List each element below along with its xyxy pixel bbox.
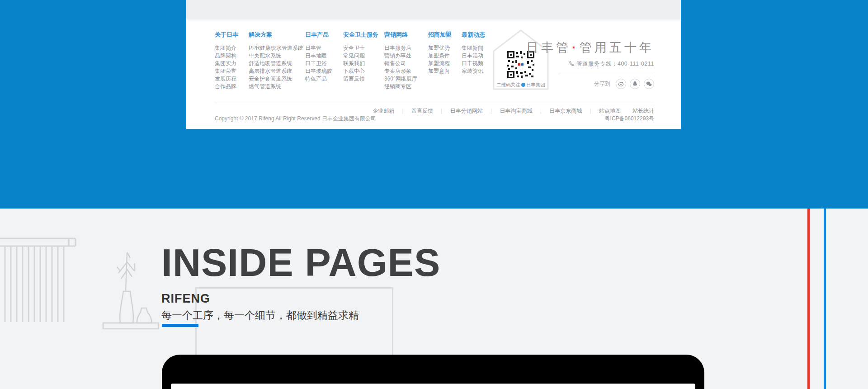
footer-column: 解决方案PPR健康饮水管道系统中央配水系统舒适地暖管道系统高层排水管道系统安全护…	[249, 31, 305, 90]
share-row: 分享到	[519, 79, 654, 89]
footer-link[interactable]: 舒适地暖管道系统	[249, 60, 305, 67]
footer-link[interactable]: PPR健康饮水管道系统	[249, 44, 305, 52]
footer-column: 营销网络日丰服务店营销办事处销售公司专卖店形象360°网络展厅经销商专区	[384, 31, 428, 90]
footer-link[interactable]: 360°网络展厅	[384, 75, 428, 83]
footer-column-title[interactable]: 关于日丰	[215, 31, 249, 39]
footer-card: 关于日丰集团简介品牌架构集团实力集团荣誉发展历程合作品牌解决方案PPR健康饮水管…	[186, 19, 681, 129]
weibo-icon[interactable]	[616, 79, 626, 89]
link-separator: ｜	[400, 108, 406, 114]
footer-link[interactable]: 中央配水系统	[249, 52, 305, 60]
footer-column: 安全卫士服务安全卫士常见问题联系我们下载中心留言反馈	[343, 31, 384, 90]
bottom-link[interactable]: 站点地图	[599, 108, 621, 114]
tablet-mockup	[162, 355, 704, 389]
share-label: 分享到	[594, 80, 610, 88]
footer-link[interactable]: 留言反馈	[343, 75, 384, 83]
blinds-decoration-icon	[0, 237, 78, 324]
footer-link[interactable]: 专卖店形象	[384, 67, 428, 75]
slogan-dot: ·	[572, 41, 579, 54]
bottom-link[interactable]: 企业邮箱	[373, 108, 394, 114]
footer-link[interactable]: 集团简介	[215, 44, 249, 52]
footer-column-title[interactable]: 安全卫士服务	[343, 31, 384, 39]
footer-column: 日丰产品日丰管日丰地暖日丰卫浴日丰玻璃胶特色产品	[305, 31, 343, 90]
blue-accent-line	[824, 209, 826, 389]
footer-link[interactable]: 集团实力	[215, 60, 249, 67]
phone-icon	[569, 61, 575, 66]
brand-slogan: 日丰管·管用五十年	[519, 39, 654, 56]
footer-link[interactable]: 高层排水管道系统	[249, 67, 305, 75]
footer-link[interactable]: 日丰管	[305, 44, 343, 52]
footer-link[interactable]: 日丰卫浴	[305, 60, 343, 67]
footer-mockup: 关于日丰集团简介品牌架构集团实力集团荣誉发展历程合作品牌解决方案PPR健康饮水管…	[186, 0, 681, 129]
service-hotline: 管道服务专线：400-111-0211	[519, 60, 654, 68]
footer-link[interactable]: 日丰玻璃胶	[305, 67, 343, 75]
footer-link[interactable]: 发展历程	[215, 75, 249, 83]
footer-link[interactable]: 联系我们	[343, 60, 384, 67]
footer-link[interactable]: 营销办事处	[384, 52, 428, 60]
red-accent-line	[807, 209, 810, 389]
page: 关于日丰集团简介品牌架构集团实力集团荣誉发展历程合作品牌解决方案PPR健康饮水管…	[0, 0, 868, 389]
footer-link[interactable]: 常见问题	[343, 52, 384, 60]
bottom-link[interactable]: 日丰京东商城	[549, 108, 582, 114]
accent-underline	[162, 324, 198, 327]
bottom-link[interactable]: 留言反馈	[411, 108, 433, 114]
footer-link[interactable]: 销售公司	[384, 60, 428, 67]
link-separator: ｜	[538, 108, 543, 114]
footer-column: 招商加盟加盟优势加盟条件加盟流程加盟意向	[428, 31, 462, 90]
inside-subtitle: RIFENG	[161, 292, 440, 306]
footer-column-title[interactable]: 解决方案	[249, 31, 305, 39]
bottom-links: 企业邮箱｜留言反馈｜日丰分销网站｜日丰淘宝商城｜日丰京东商城｜站点地图站长统计	[373, 107, 654, 115]
footer-column-title[interactable]: 日丰产品	[305, 31, 343, 39]
footer-column: 关于日丰集团简介品牌架构集团实力集团荣誉发展历程合作品牌	[215, 31, 249, 90]
link-separator: ｜	[588, 108, 593, 114]
link-separator: ｜	[439, 108, 444, 114]
footer-link[interactable]: 安全护套管道系统	[249, 75, 305, 83]
footer-link[interactable]: 集团荣誉	[215, 67, 249, 75]
inside-description: 每一个工序，每一个细节，都做到精益求精	[161, 308, 440, 323]
bottom-link[interactable]: 日丰分销网站	[450, 108, 483, 114]
footer-link[interactable]: 日丰地暖	[305, 52, 343, 60]
footer-link[interactable]: 经销商专区	[384, 83, 428, 90]
footer-link[interactable]: 燃气管道系统	[249, 83, 305, 90]
inside-pages-section: INSIDE PAGES RIFENG 每一个工序，每一个细节，都做到精益求精	[161, 243, 440, 323]
footer-link[interactable]: 品牌架构	[215, 52, 249, 60]
tablet-screen	[171, 384, 695, 389]
footer-link[interactable]: 加盟优势	[428, 44, 462, 52]
inside-title: INSIDE PAGES	[161, 243, 440, 282]
bottom-link[interactable]: 日丰淘宝商城	[500, 108, 532, 114]
pre-footer-strip	[186, 0, 681, 19]
footer-nav-columns: 关于日丰集团简介品牌架构集团实力集团荣誉发展历程合作品牌解决方案PPR健康饮水管…	[215, 31, 498, 90]
footer-link[interactable]: 合作品牌	[215, 83, 249, 90]
wechat-icon[interactable]	[644, 79, 654, 89]
footer-link[interactable]: 加盟条件	[428, 52, 462, 60]
qq-icon[interactable]	[630, 79, 640, 89]
bottom-link[interactable]: 站长统计	[632, 108, 654, 114]
footer-link[interactable]: 加盟意向	[428, 67, 462, 75]
icp-number: 粤ICP备06012293号	[605, 115, 654, 123]
footer-link[interactable]: 下载中心	[343, 67, 384, 75]
footer-divider	[215, 103, 654, 103]
vase-decoration-icon	[99, 248, 162, 331]
brand-divider	[558, 74, 654, 74]
link-separator: ｜	[489, 108, 494, 114]
footer-link[interactable]: 特色产品	[305, 75, 343, 83]
footer-link[interactable]: 加盟流程	[428, 60, 462, 67]
footer-column-title[interactable]: 招商加盟	[428, 31, 462, 39]
footer-column-title[interactable]: 营销网络	[384, 31, 428, 39]
brand-block: 日丰管·管用五十年 管道服务专线：400-111-0211 分享到	[519, 39, 654, 89]
footer-link[interactable]: 安全卫士	[343, 44, 384, 52]
footer-link[interactable]: 日丰服务店	[384, 44, 428, 52]
copyright-text: Copyright © 2017 Rifeng All Right Reserv…	[215, 115, 376, 123]
